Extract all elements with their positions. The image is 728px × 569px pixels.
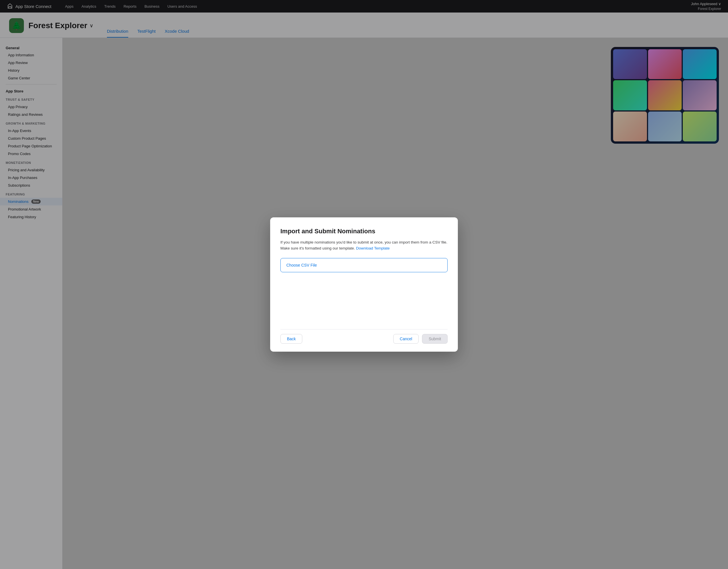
- back-button[interactable]: Back: [280, 334, 302, 344]
- csv-file-upload-area[interactable]: Choose CSV File: [280, 258, 448, 272]
- modal-spacer: [280, 283, 448, 329]
- csv-file-label: Choose CSV File: [286, 263, 317, 267]
- import-nominations-modal: Import and Submit Nominations If you hav…: [270, 217, 458, 352]
- modal-overlay: Import and Submit Nominations If you hav…: [0, 0, 728, 569]
- cancel-button[interactable]: Cancel: [393, 334, 419, 344]
- modal-right-buttons: Cancel Submit: [393, 334, 448, 344]
- modal-title: Import and Submit Nominations: [280, 227, 448, 235]
- modal-description: If you have multiple nominations you'd l…: [280, 239, 448, 251]
- submit-button[interactable]: Submit: [422, 334, 448, 344]
- modal-footer: Back Cancel Submit: [280, 329, 448, 344]
- download-template-link[interactable]: Download Template: [356, 246, 390, 250]
